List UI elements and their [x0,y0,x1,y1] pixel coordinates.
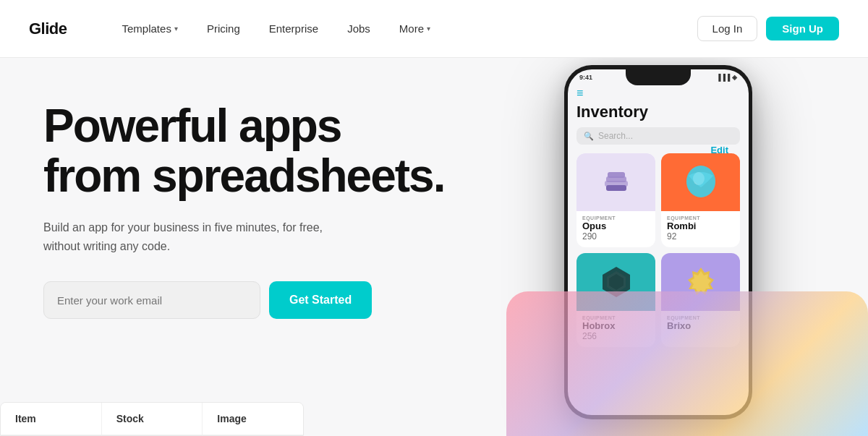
card-info-opus: EQUIPMENT Opus 290 [576,211,655,247]
signup-button[interactable]: Sign Up [766,17,839,40]
phone-card-opus[interactable]: EQUIPMENT Opus 290 [576,153,655,247]
brand-logo[interactable]: Glide [29,20,67,38]
table-header-row: Item Stock Image [1,403,303,435]
chevron-down-icon: ▾ [174,25,178,33]
nav-item-more[interactable]: More ▾ [388,17,442,40]
table-header-item: Item [1,403,102,435]
gradient-decoration [506,291,868,436]
svg-rect-2 [608,172,625,178]
navbar: Glide Templates ▾ Pricing Enterprise Job… [0,0,868,58]
card-info-rombi: EQUIPMENT Rombi 92 [661,211,740,247]
search-icon: 🔍 [584,132,594,141]
phone-search-placeholder: Search... [598,131,633,141]
nav-actions: Log In Sign Up [697,16,839,41]
phone-card-rombi[interactable]: EQUIPMENT Rombi 92 [661,153,740,247]
svg-rect-3 [606,185,626,191]
phone-page-title: Inventory [576,103,740,121]
nav-item-jobs[interactable]: Jobs [336,17,382,40]
login-button[interactable]: Log In [697,16,758,41]
nav-item-templates[interactable]: Templates ▾ [111,17,190,40]
card-image-rombi [661,153,740,211]
table-strip: Item Stock Image [0,402,304,436]
phone-signal-icon: ▐▐▐ ◈ [716,74,737,81]
phone-search-bar[interactable]: 🔍 Search... [576,127,740,145]
table-header-image: Image [203,403,303,435]
table-header-stock: Stock [102,403,203,435]
chevron-down-icon: ▾ [427,25,430,33]
hamburger-icon: ≡ [576,87,740,100]
nav-item-enterprise[interactable]: Enterprise [258,17,330,40]
hero-section: Powerful apps from spreadsheets. Build a… [0,58,868,436]
phone-notch [626,69,691,85]
hero-form: Get Started [43,281,448,319]
card-image-opus [576,153,655,211]
nav-links: Templates ▾ Pricing Enterprise Jobs More… [111,17,697,40]
nav-item-pricing[interactable]: Pricing [195,17,252,40]
hero-title: Powerful apps from spreadsheets. [43,101,448,201]
get-started-button[interactable]: Get Started [269,281,372,319]
hero-subtitle: Build an app for your business in five m… [43,218,347,255]
hero-left: Powerful apps from spreadsheets. Build a… [0,58,448,436]
phone-time: 9:41 [579,74,592,81]
email-input[interactable] [43,281,260,319]
